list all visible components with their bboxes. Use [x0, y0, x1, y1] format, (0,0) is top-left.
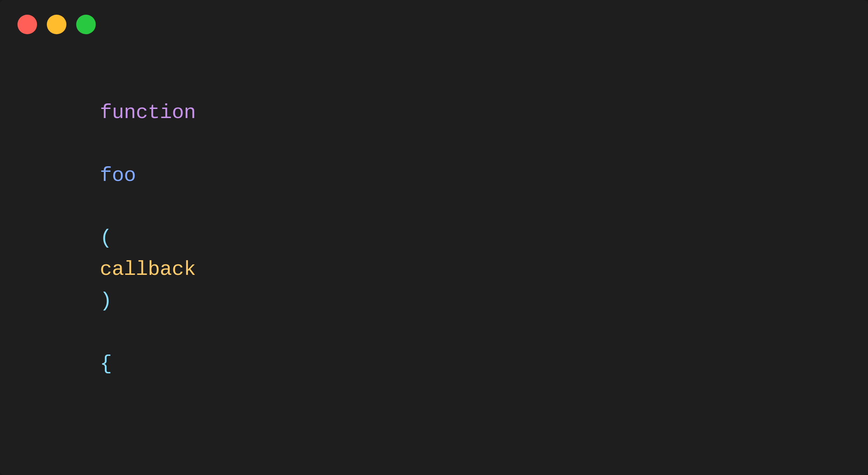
maximize-button[interactable] — [76, 15, 96, 34]
title-bar — [0, 0, 868, 45]
keyword-function: function — [100, 101, 196, 124]
close-button[interactable] — [17, 15, 37, 34]
code-line-2: setTimeout ( function () { — [28, 411, 840, 475]
code-line-1: function foo ( callback ) { — [28, 66, 840, 411]
minimize-button[interactable] — [47, 15, 66, 34]
param-callback: callback — [100, 258, 196, 281]
code-area: function foo ( callback ) { setTimeout (… — [0, 45, 868, 475]
window: function foo ( callback ) { setTimeout (… — [0, 0, 868, 475]
fn-foo: foo — [100, 164, 136, 187]
